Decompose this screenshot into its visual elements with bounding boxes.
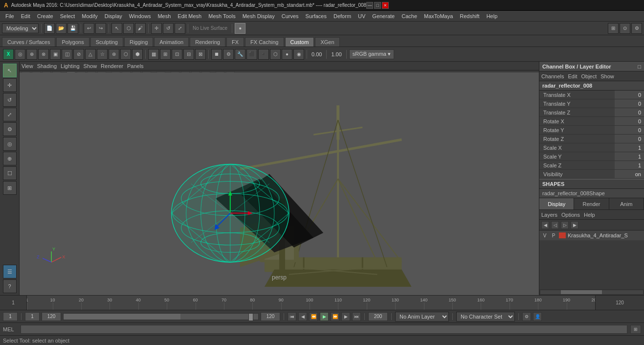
open-btn[interactable]: 📂 [56,23,67,34]
tb2-obj2[interactable]: ⊕ [26,49,37,60]
channel-row[interactable]: Translate Z0 [539,108,644,117]
tb2-obj6[interactable]: ⊘ [73,49,84,60]
cb-channels[interactable]: Channels [541,73,564,79]
char-set-select[interactable]: No Character Set [456,312,515,322]
menu-item-uv[interactable]: UV [355,12,369,20]
tb2-obj7[interactable]: △ [85,49,96,60]
settings-btn[interactable]: ⚙ [631,23,642,34]
tab-sculpting[interactable]: Sculpting [90,37,123,46]
char-btn1[interactable]: ⚙ [522,312,531,321]
grid-btn[interactable]: ⊞ [608,23,619,34]
tb2-obj8[interactable]: ☆ [97,49,108,60]
tab-rendering[interactable]: Rendering [190,37,225,46]
channel-row[interactable]: Rotate Z0 [539,135,644,143]
layer-visibility[interactable]: V [541,233,548,238]
range-slider[interactable] [63,313,259,320]
save-btn[interactable]: 💾 [67,23,78,34]
start-frame-input[interactable] [25,312,40,321]
layer-next2[interactable]: ▷ [561,221,569,229]
tab-polygons[interactable]: Polygons [56,37,89,46]
menu-item-modify[interactable]: Modify [78,12,101,20]
timeline-ruler[interactable]: 1102030405060708090100110120130140150160… [27,296,595,310]
mel-input[interactable] [21,325,627,334]
menu-item-help[interactable]: Help [483,12,501,20]
snap-btn[interactable]: ⊙ [620,23,630,34]
current-frame-input[interactable] [3,312,18,321]
tb2-r2[interactable]: ⚙ [223,49,234,60]
tb2-obj9[interactable]: ⊛ [109,49,119,60]
side-snap[interactable]: ☰ [3,265,17,278]
side-tool6[interactable]: ◎ [3,137,17,151]
3d-scene[interactable]: persp X Y Z [20,72,539,295]
tb2-r4[interactable]: ⬛ [246,49,257,60]
layers-menu-layers[interactable]: Layers [541,212,557,218]
vp-menu-shading[interactable]: Shading [37,63,57,69]
select-btn[interactable]: ↖ [111,23,122,34]
side-tool8[interactable]: ☐ [3,166,17,180]
max-frame-input[interactable] [368,312,388,321]
step-fwd-btn[interactable]: ▶ [341,312,350,321]
render-btn[interactable]: ● [235,23,245,34]
select-tool[interactable]: ↖ [3,64,17,77]
tb2-obj11[interactable]: ⬢ [132,49,143,60]
layer-next[interactable]: ▶ [571,221,578,229]
move-btn[interactable]: ✛ [151,23,162,34]
rotate-btn[interactable]: ↺ [163,23,174,34]
menu-item-mesh[interactable]: Mesh [154,12,174,20]
menu-item-file[interactable]: File [2,12,18,20]
channel-value[interactable]: 1 [615,143,644,152]
tb2-snap1[interactable]: ▦ [148,49,159,60]
tb2-r8[interactable]: ◉ [293,49,304,60]
channel-value[interactable]: 0 [615,108,644,116]
cb-expand-icon[interactable]: □ [638,64,641,69]
channel-value[interactable]: 1 [615,152,644,161]
channel-row[interactable]: Scale X1 [539,143,644,152]
mode-dropdown[interactable]: Modeling [2,23,39,33]
tb2-r6[interactable]: ⬡ [270,49,281,60]
tb2-snap2[interactable]: ⊞ [160,49,171,60]
tab-curves---surfaces[interactable]: Curves / Surfaces [2,37,55,46]
menu-item-display[interactable]: Display [101,12,126,20]
channel-row[interactable]: Visibilityon [539,170,644,179]
tb2-snap5[interactable]: ⊠ [195,49,206,60]
menu-item-edit-mesh[interactable]: Edit Mesh [174,12,205,20]
menu-item-select[interactable]: Select [57,12,79,20]
channel-value[interactable]: 0 [615,99,644,108]
close-button[interactable]: ✕ [382,2,389,9]
side-tool5[interactable]: ⚙ [3,122,17,136]
maximize-button[interactable]: □ [374,2,381,9]
step-back-btn[interactable]: ◀ [298,312,307,321]
channel-value[interactable]: on [615,170,644,178]
channel-row[interactable]: Translate X0 [539,91,644,99]
range-slider-thumb[interactable] [248,313,253,321]
side-help[interactable]: ? [3,279,17,293]
tab-display[interactable]: Display [539,198,574,209]
tb2-obj1[interactable]: ◎ [15,49,25,60]
vp-menu-renderer[interactable]: Renderer [101,63,123,69]
side-tool9[interactable]: ⊞ [3,181,17,195]
menu-item-generate[interactable]: Generate [369,12,398,20]
lasso-btn[interactable]: ⬡ [123,23,134,34]
move-tool[interactable]: ✛ [3,78,17,92]
channel-value[interactable]: 0 [615,91,644,99]
menu-item-windows[interactable]: Windows [126,12,155,20]
menu-item-maxtomaya[interactable]: MaxToMaya [421,12,456,20]
channel-row[interactable]: Rotate Y0 [539,126,644,135]
tab-fx-caching[interactable]: FX Caching [245,37,284,46]
tb2-obj10[interactable]: ⬡ [120,49,131,60]
scroll-track[interactable] [540,290,643,294]
menu-item-deform[interactable]: Deform [330,12,355,20]
scale-tool[interactable]: ⤢ [3,108,17,121]
tab-render[interactable]: Render [574,198,609,209]
layers-menu-options[interactable]: Options [561,212,580,218]
menu-item-redshift[interactable]: Redshift [456,12,483,20]
menu-item-surfaces[interactable]: Surfaces [302,12,330,20]
vp-menu-show[interactable]: Show [84,63,97,69]
layer-prev2[interactable]: ◁ [551,221,559,229]
end-frame-input-display[interactable] [42,312,61,321]
range-end-input[interactable] [261,312,280,321]
vp-menu-view[interactable]: View [22,63,33,69]
undo-btn[interactable]: ↩ [84,23,94,34]
side-tool7[interactable]: ⊕ [3,152,17,165]
cb-show[interactable]: Show [600,73,614,79]
